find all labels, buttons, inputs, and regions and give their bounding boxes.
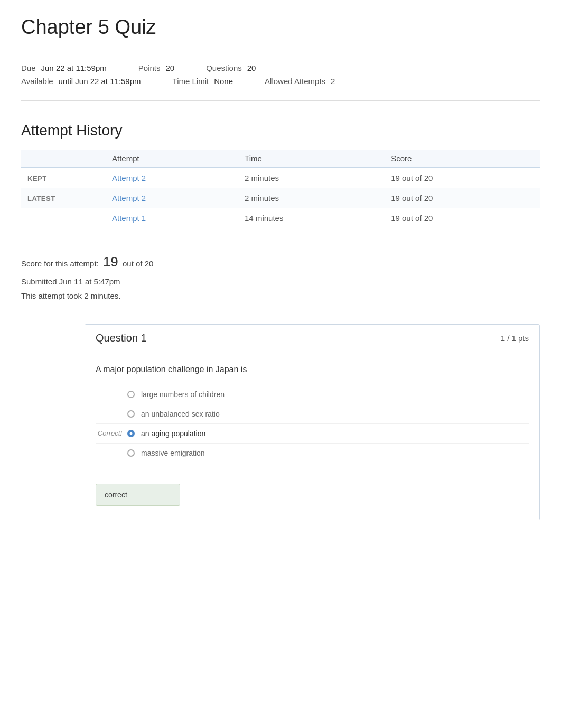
allowed-attempts-value: 2 <box>331 77 335 86</box>
available-label: Available <box>21 77 53 86</box>
attempt-summary: Score for this attempt: 19 out of 20 Sub… <box>21 244 540 308</box>
question-1-points: 1 / 1 pts <box>501 334 529 343</box>
time-taken-text: This attempt took 2 minutes. <box>21 289 540 303</box>
questions-value: 20 <box>247 63 256 72</box>
feedback-area: correct <box>96 475 529 511</box>
col-header-label <box>21 150 106 168</box>
attempt-score: 19 out of 20 <box>385 188 540 208</box>
table-row: KEPTAttempt 22 minutes19 out of 20 <box>21 168 540 188</box>
radio-circle <box>127 391 135 398</box>
question-1-number: Question 1 <box>96 332 147 344</box>
attempt-link[interactable]: Attempt 2 <box>112 193 146 202</box>
points-label: Points <box>138 63 161 72</box>
radio-circle <box>127 410 135 418</box>
meta-row-2: Available until Jun 22 at 11:59pm Time L… <box>21 77 540 86</box>
answer-content: massive emigration <box>127 449 205 457</box>
attempt-history-title: Attempt History <box>21 122 540 139</box>
score-big-number: 19 <box>103 254 118 270</box>
answer-content: large numbers of children <box>127 390 225 399</box>
radio-circle <box>127 430 135 437</box>
points-value: 20 <box>166 63 175 72</box>
score-for-this-attempt-label: Score for this attempt: <box>21 259 99 268</box>
time-limit-label: Time Limit <box>173 77 209 86</box>
page-title: Chapter 5 Quiz <box>21 16 540 45</box>
answer-options-list: large numbers of childrenan unbalanced s… <box>96 385 529 463</box>
attempt-time: 2 minutes <box>238 188 385 208</box>
answer-text: massive emigration <box>141 449 205 457</box>
table-row: Attempt 114 minutes19 out of 20 <box>21 208 540 228</box>
attempt-link-cell[interactable]: Attempt 2 <box>106 168 238 188</box>
meta-available: Available until Jun 22 at 11:59pm <box>21 77 141 86</box>
due-label: Due <box>21 63 36 72</box>
question-1-body: A major population challenge in Japan is… <box>85 352 539 520</box>
question-1-text: A major population challenge in Japan is <box>96 365 529 374</box>
answer-row: Correct!an aging population <box>96 424 529 444</box>
col-header-score: Score <box>385 150 540 168</box>
attempt-link-cell[interactable]: Attempt 2 <box>106 188 238 208</box>
quiz-meta: Due Jun 22 at 11:59pm Points 20 Question… <box>21 55 540 101</box>
meta-due: Due Jun 22 at 11:59pm <box>21 63 107 72</box>
submitted-text: Submitted Jun 11 at 5:47pm <box>21 274 540 289</box>
question-1-header: Question 1 1 / 1 pts <box>85 325 539 352</box>
row-label: LATEST <box>21 188 106 208</box>
score-line: Score for this attempt: 19 out of 20 <box>21 250 540 274</box>
answer-text: an aging population <box>141 429 205 438</box>
question-1-block: Question 1 1 / 1 pts A major population … <box>85 324 540 520</box>
attempt-link[interactable]: Attempt 2 <box>112 173 146 182</box>
correct-marker: Correct! <box>96 429 127 437</box>
row-label: KEPT <box>21 168 106 188</box>
feedback-box: correct <box>96 484 180 506</box>
col-header-attempt: Attempt <box>106 150 238 168</box>
attempt-score: 19 out of 20 <box>385 208 540 228</box>
radio-circle <box>127 449 135 457</box>
meta-row-1: Due Jun 22 at 11:59pm Points 20 Question… <box>21 63 540 72</box>
col-header-time: Time <box>238 150 385 168</box>
answer-row: massive emigration <box>96 444 529 463</box>
score-out-of: out of 20 <box>123 259 153 268</box>
attempt-score: 19 out of 20 <box>385 168 540 188</box>
due-value: Jun 22 at 11:59pm <box>41 63 107 72</box>
table-row: LATESTAttempt 22 minutes19 out of 20 <box>21 188 540 208</box>
attempt-history-table: Attempt Time Score KEPTAttempt 22 minute… <box>21 150 540 228</box>
answer-row: large numbers of children <box>96 385 529 404</box>
available-value: until Jun 22 at 11:59pm <box>59 77 141 86</box>
answer-row: an unbalanced sex ratio <box>96 404 529 424</box>
meta-questions: Questions 20 <box>206 63 256 72</box>
table-header-row: Attempt Time Score <box>21 150 540 168</box>
row-label <box>21 208 106 228</box>
meta-allowed-attempts: Allowed Attempts 2 <box>265 77 335 86</box>
meta-time-limit: Time Limit None <box>173 77 233 86</box>
answer-text: large numbers of children <box>141 390 225 399</box>
answer-text: an unbalanced sex ratio <box>141 410 220 418</box>
attempt-link-cell[interactable]: Attempt 1 <box>106 208 238 228</box>
meta-points: Points 20 <box>138 63 174 72</box>
attempt-time: 2 minutes <box>238 168 385 188</box>
allowed-attempts-label: Allowed Attempts <box>265 77 325 86</box>
attempt-time: 14 minutes <box>238 208 385 228</box>
questions-label: Questions <box>206 63 242 72</box>
answer-content: an aging population <box>127 429 205 438</box>
answer-content: an unbalanced sex ratio <box>127 410 220 418</box>
time-limit-value: None <box>214 77 233 86</box>
attempt-link[interactable]: Attempt 1 <box>112 214 146 223</box>
